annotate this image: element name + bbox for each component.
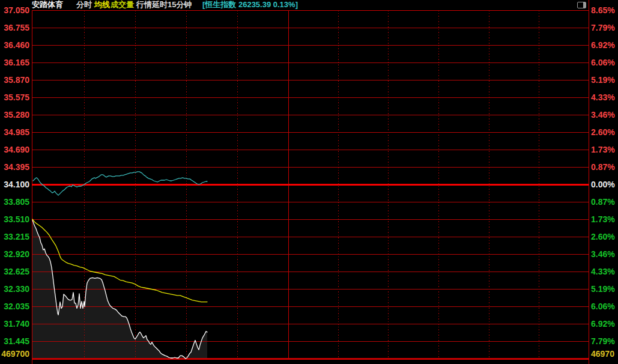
intraday-chart-window: 安踏体育 分时 均线 成交量 行情延时15分钟 [恒生指数 26235.39 0… <box>0 0 618 364</box>
price-tick-label: 469700 <box>1 349 29 359</box>
price-tick-label: 34.690 <box>1 145 29 154</box>
price-tick-label: 34.395 <box>1 162 29 172</box>
price-tick-label: 33.215 <box>1 232 29 241</box>
price-tick-label: 32.625 <box>1 267 29 276</box>
price-tick-label: 31.445 <box>1 336 29 346</box>
panel-toggle-icon[interactable] <box>577 2 586 8</box>
tab-average-line[interactable]: 均线 <box>94 0 110 10</box>
percent-tick-label: 1.73% <box>591 214 615 224</box>
percent-tick-label: 0.87% <box>591 162 615 172</box>
percent-tick-label: 6.06% <box>591 302 615 311</box>
stock-name: 安踏体育 <box>32 0 63 10</box>
price-tick-label: 35.280 <box>1 110 29 120</box>
percent-tick-label: 7.79% <box>591 23 615 32</box>
price-tick-label: 36.165 <box>1 58 29 67</box>
percent-tick-label: 6.06% <box>591 58 615 67</box>
percent-tick-label: 4.33% <box>591 93 615 102</box>
intraday-chart-canvas[interactable] <box>0 0 618 364</box>
price-tick-label: 36.460 <box>1 40 29 50</box>
delay-notice: 行情延时15分钟 <box>136 0 192 10</box>
price-tick-label: 31.740 <box>1 319 29 329</box>
hang-seng-index-quote[interactable]: [恒生指数 26235.39 0.13%] <box>202 0 298 10</box>
percent-tick-label: 6.92% <box>591 319 615 329</box>
percent-tick-label: 0.87% <box>591 197 615 207</box>
percent-tick-label: 5.19% <box>591 284 615 294</box>
percent-tick-label: 3.46% <box>591 249 615 259</box>
price-tick-label: 32.330 <box>1 284 29 294</box>
chart-header: 安踏体育 分时 均线 成交量 行情延时15分钟 [恒生指数 26235.39 0… <box>0 0 618 10</box>
percent-tick-label: 1.73% <box>591 145 615 154</box>
percent-tick-label: 5.19% <box>591 75 615 85</box>
price-tick-label: 33.805 <box>1 197 29 207</box>
tab-volume[interactable]: 成交量 <box>111 0 134 10</box>
percent-tick-label: 46970 <box>591 349 614 359</box>
percent-tick-label: 0.00% <box>591 180 615 189</box>
percent-tick-label: 4.33% <box>591 267 615 276</box>
percent-tick-label: 2.60% <box>591 127 615 137</box>
percent-tick-label: 7.79% <box>591 336 615 346</box>
price-tick-label: 34.985 <box>1 127 29 137</box>
percent-tick-label: 3.46% <box>591 110 615 120</box>
percent-tick-label: 2.60% <box>591 232 615 241</box>
price-tick-label: 36.755 <box>1 23 29 32</box>
price-tick-label: 35.575 <box>1 93 29 102</box>
price-tick-label: 32.920 <box>1 249 29 259</box>
price-tick-label: 35.870 <box>1 75 29 85</box>
price-tick-label: 32.035 <box>1 302 29 311</box>
percent-tick-label: 6.92% <box>591 40 615 50</box>
price-tick-label: 34.100 <box>1 180 29 189</box>
tab-minute-chart[interactable]: 分时 <box>76 0 92 10</box>
average_price-line <box>32 219 207 302</box>
price-tick-label: 33.510 <box>1 214 29 224</box>
